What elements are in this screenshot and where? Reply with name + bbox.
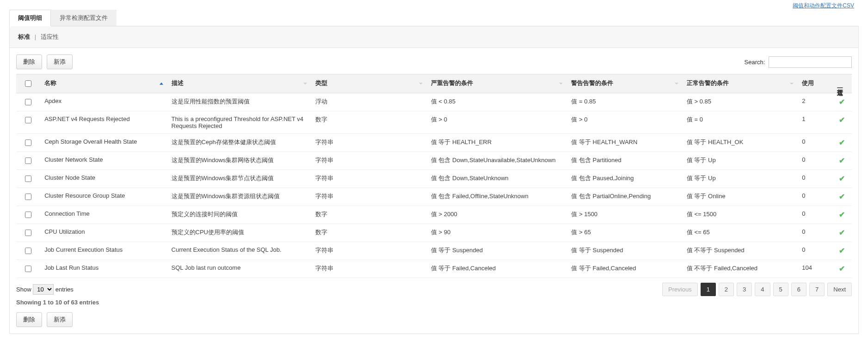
page-1[interactable]: 1 [701, 283, 716, 296]
delete-button[interactable]: 删除 [16, 55, 42, 69]
cell-use: 0 [797, 206, 832, 224]
col-use[interactable]: 使用 [797, 74, 832, 93]
select-all-checkbox[interactable] [25, 80, 31, 87]
col-name[interactable]: 名称 [40, 74, 166, 93]
col-always[interactable]: 一直运行 [832, 74, 852, 93]
row-checkbox[interactable] [25, 176, 31, 182]
cell-name[interactable]: Cluster Resource Group State [40, 188, 166, 206]
delete-button-bottom[interactable]: 删除 [16, 312, 42, 327]
cell-crit: 值 > 90 [426, 224, 566, 242]
table-row: Cluster Node State这是预置的Windows集群节点状态阈值字符… [16, 170, 852, 188]
row-checkbox[interactable] [25, 212, 31, 218]
table-row: Cluster Network State这是预置的Windows集群网络状态阈… [16, 152, 852, 170]
cell-use: 2 [797, 93, 832, 111]
row-checkbox[interactable] [25, 158, 31, 164]
cell-name[interactable]: Cluster Node State [40, 170, 166, 188]
check-icon: ✔ [839, 138, 845, 147]
cell-name[interactable]: Job Last Run Status [40, 260, 166, 278]
col-critical[interactable]: 严重告警的条件 [426, 74, 566, 93]
row-checkbox[interactable] [25, 99, 31, 105]
page-prev[interactable]: Previous [662, 283, 698, 296]
cell-desc: SQL Job last run outcome [167, 260, 311, 278]
col-desc[interactable]: 描述 [167, 74, 311, 93]
cell-desc: 预定义的连接时间的阈值 [167, 206, 311, 224]
cell-use: 0 [797, 152, 832, 170]
row-checkbox[interactable] [25, 117, 31, 123]
col-ok[interactable]: 正常告警的条件 [682, 74, 797, 93]
top-toolbar: 删除 新添 Search: [16, 55, 852, 69]
check-icon: ✔ [839, 210, 845, 219]
subbar-applicability[interactable]: 适应性 [41, 33, 59, 40]
cell-type: 字符串 [311, 188, 426, 206]
page-5[interactable]: 5 [773, 283, 788, 296]
cell-use: 0 [797, 188, 832, 206]
sub-filter-bar: 标准 | 适应性 [9, 26, 859, 48]
add-button[interactable]: 新添 [47, 55, 73, 69]
page-6[interactable]: 6 [791, 283, 806, 296]
cell-crit: 值 > 2000 [426, 206, 566, 224]
page-7[interactable]: 7 [809, 283, 825, 296]
subbar-standard[interactable]: 标准 [18, 33, 30, 40]
col-type[interactable]: 类型 [311, 74, 426, 93]
cell-warn: 值 > 1500 [566, 206, 682, 224]
row-checkbox[interactable] [25, 266, 31, 272]
page-3[interactable]: 3 [737, 283, 752, 296]
cell-desc: 这是预置的Windows集群节点状态阈值 [167, 170, 311, 188]
table-row: Connection Time预定义的连接时间的阈值数字值 > 2000值 > … [16, 206, 852, 224]
cell-use: 0 [797, 170, 832, 188]
cell-type: 浮动 [311, 93, 426, 111]
cell-type: 字符串 [311, 260, 426, 278]
cell-desc: Current Execution Status of the SQL Job. [167, 242, 311, 260]
cell-crit: 值 包含 Failed,Offline,StateUnknown [426, 188, 566, 206]
add-button-bottom[interactable]: 新添 [47, 312, 73, 327]
cell-crit: 值 包含 Down,StateUnknown [426, 170, 566, 188]
cell-desc: 这是应用性能指数的预置阈值 [167, 93, 311, 111]
page-4[interactable]: 4 [755, 283, 770, 296]
cell-warn: 值 等于 HEALTH_WARN [566, 134, 682, 152]
entries-info: Showing 1 to 10 of 63 entries [16, 299, 852, 306]
row-checkbox[interactable] [25, 230, 31, 236]
cell-name[interactable]: Apdex [40, 93, 166, 111]
cell-name[interactable]: CPU Utilization [40, 224, 166, 242]
cell-desc: This is a preconfigured Threshold for AS… [167, 111, 311, 134]
table-row: Apdex这是应用性能指数的预置阈值浮动值 < 0.85值 = 0.85值 > … [16, 93, 852, 111]
cell-name[interactable]: Connection Time [40, 206, 166, 224]
cell-type: 字符串 [311, 152, 426, 170]
csv-export-link[interactable]: 阈值和动作配置文件CSV [793, 2, 854, 9]
cell-crit: 值 等于 Suspended [426, 242, 566, 260]
cell-name[interactable]: Job Current Execution Status [40, 242, 166, 260]
page-size-select[interactable]: 10 [33, 284, 54, 295]
table-row: Ceph Storage Overall Health State这是预置的Ce… [16, 134, 852, 152]
content-panel: 删除 新添 Search: 名称 描述 类型 严重告警的条件 警告告警的条件 正… [9, 48, 859, 334]
tab-1[interactable]: 异常检测配置文件 [51, 10, 117, 26]
cell-name[interactable]: Cluster Network State [40, 152, 166, 170]
page-2[interactable]: 2 [719, 283, 734, 296]
cell-type: 字符串 [311, 170, 426, 188]
row-checkbox[interactable] [25, 140, 31, 146]
cell-name[interactable]: Ceph Storage Overall Health State [40, 134, 166, 152]
check-icon: ✔ [839, 192, 845, 201]
tab-0[interactable]: 阈值明细 [9, 10, 51, 26]
cell-use: 0 [797, 224, 832, 242]
page-next[interactable]: Next [827, 283, 852, 296]
cell-warn: 值 包含 Paused,Joining [566, 170, 682, 188]
cell-type: 数字 [311, 111, 426, 134]
check-icon: ✔ [839, 174, 845, 183]
col-warning[interactable]: 警告告警的条件 [566, 74, 682, 93]
search-label: Search: [745, 59, 765, 66]
cell-use: 104 [797, 260, 832, 278]
cell-desc: 这是预置的Ceph存储整体健康状态阈值 [167, 134, 311, 152]
threshold-table: 名称 描述 类型 严重告警的条件 警告告警的条件 正常告警的条件 使用 一直运行… [16, 74, 852, 278]
cell-crit: 值 < 0.85 [426, 93, 566, 111]
row-checkbox[interactable] [25, 194, 31, 200]
search-input[interactable] [769, 56, 852, 68]
cell-crit: 值 等于 HEALTH_ERR [426, 134, 566, 152]
cell-ok: 值 等于 HEALTH_OK [682, 134, 797, 152]
cell-ok: 值 不等于 Failed,Canceled [682, 260, 797, 278]
cell-warn: 值 包含 PartialOnline,Pending [566, 188, 682, 206]
table-row: Job Last Run StatusSQL Job last run outc… [16, 260, 852, 278]
cell-ok: 值 > 0.85 [682, 93, 797, 111]
col-select-all[interactable] [16, 74, 40, 93]
row-checkbox[interactable] [25, 248, 31, 254]
cell-name[interactable]: ASP.NET v4 Requests Rejected [40, 111, 166, 134]
